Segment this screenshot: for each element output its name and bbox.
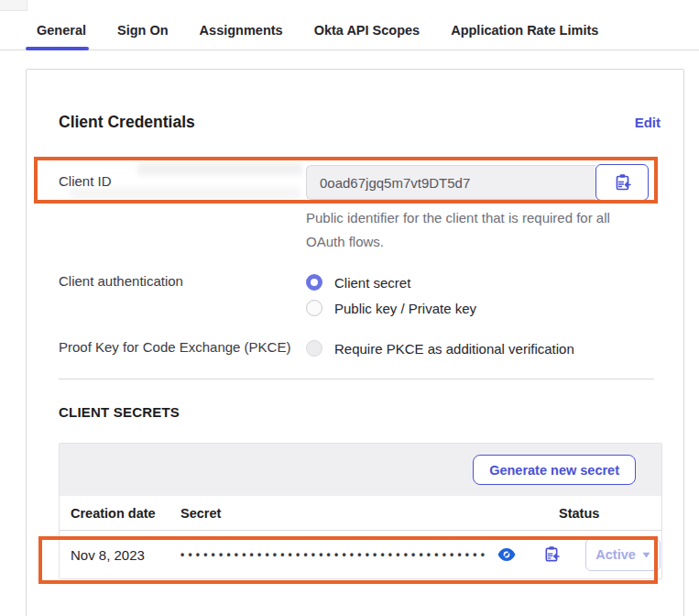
caret-down-icon [642,552,650,558]
tab-okta-api-scopes[interactable]: Okta API Scopes [314,23,420,38]
tab-application-rate-limits[interactable]: Application Rate Limits [451,23,598,38]
client-secrets-table: Generate new secret Creation date Secret… [59,443,662,579]
secrets-table-toolbar: Generate new secret [60,444,661,496]
client-authentication-label: Client authentication [59,270,306,320]
secret-table-row: Nov 8, 2023 ••••••••••••••••••••••••••••… [60,531,661,578]
tab-assignments[interactable]: Assignments [200,23,283,38]
radio-client-secret[interactable]: Client secret [306,270,661,294]
client-secrets-title: CLIENT SECRETS [59,403,661,421]
masked-secret-value: •••••••••••••••••••••••••••••••••••••••• [180,549,488,560]
radio-unselected-icon [306,300,322,316]
client-id-label: Client ID [59,164,306,254]
generate-new-secret-button[interactable]: Generate new secret [473,455,636,485]
client-id-input[interactable] [306,165,595,200]
okta-app-settings-page: General Sign On Assignments Okta API Sco… [0,0,699,616]
client-id-row: Client ID [59,164,661,254]
client-authentication-row: Client authentication Client secret Publ… [59,270,661,320]
radio-client-secret-label: Client secret [334,275,410,291]
client-id-help-text: Public identifier for the client that is… [306,206,636,254]
eye-icon [497,547,516,562]
copy-secret-button[interactable] [543,545,560,564]
tab-bar: General Sign On Assignments Okta API Sco… [0,0,699,50]
client-credentials-title: Client Credentials [59,112,195,132]
pkce-option-label: Require PKCE as additional verification [334,341,574,357]
header-secret: Secret [180,506,559,521]
radio-selected-icon [306,274,322,291]
secrets-table-header: Creation date Secret Status [60,496,661,531]
clipboard-paste-icon [543,545,560,564]
secret-creation-date: Nov 8, 2023 [71,547,180,563]
settings-card: Client Credentials Edit Client ID [26,69,684,616]
secret-value-cell: •••••••••••••••••••••••••••••••••••••••• [180,545,585,564]
header-status: Status [559,506,661,521]
tab-general[interactable]: General [37,23,86,38]
pkce-row: Proof Key for Code Exchange (PKCE) Requi… [59,336,661,360]
client-credentials-header: Client Credentials Edit [59,112,661,132]
edit-link[interactable]: Edit [635,115,661,130]
checkbox-unchecked-icon [306,340,322,357]
tab-sign-on[interactable]: Sign On [117,23,169,38]
pkce-checkbox[interactable]: Require PKCE as additional verification [306,336,661,360]
status-label: Active [595,547,636,562]
header-creation-date: Creation date [71,506,180,521]
secret-status-dropdown[interactable]: Active [585,538,661,571]
pkce-label: Proof Key for Code Exchange (PKCE) [59,336,306,360]
radio-public-private-key[interactable]: Public key / Private key [306,296,661,320]
show-secret-button[interactable] [497,547,516,562]
section-divider [59,379,654,380]
radio-public-private-key-label: Public key / Private key [334,301,476,316]
copy-client-id-button[interactable] [595,164,649,201]
clipboard-paste-icon [614,173,631,192]
